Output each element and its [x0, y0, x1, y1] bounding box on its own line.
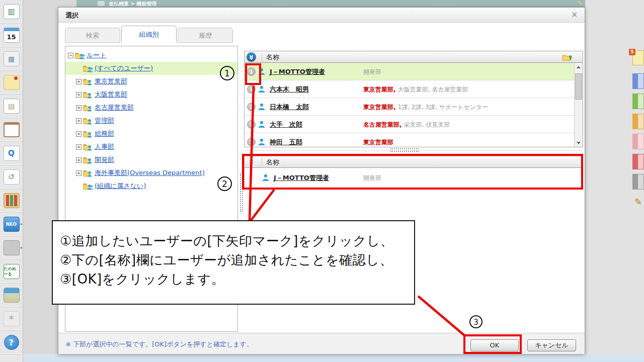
add-all-users-button[interactable]	[247, 52, 256, 62]
user-list-panel: 名称 ↓ J－MOTTO管理者 開発部 ↓ 六本木 昭男 東京営業部, 大阪	[244, 51, 583, 147]
user-row[interactable]: ↓ 日本橋 太郎 東京営業部, 1課, 2課, 3課, サポートセンター	[245, 98, 583, 116]
calendar-toolbar-button[interactable]: 15	[0, 24, 23, 47]
folder-icon	[4, 240, 20, 255]
label-pink-icon[interactable]	[632, 134, 644, 149]
scroll-down-icon[interactable]	[575, 139, 583, 147]
tree-expand-toggle-icon[interactable]: +	[76, 131, 82, 137]
notes-icon[interactable]: 5	[632, 50, 644, 65]
user-name-link[interactable]: J－MOTTO管理者	[270, 67, 325, 76]
help-toolbar-button[interactable]: ?	[0, 331, 23, 354]
breadcrumb-bar: 仮払精算 > 機能管理 ✎	[76, 0, 585, 7]
memo-toolbar-button[interactable]	[0, 71, 23, 95]
tree-item[interactable]: + 東京営業部	[65, 75, 237, 88]
organization-folder-icon	[83, 65, 93, 72]
tree-expand-toggle-icon[interactable]: +	[76, 118, 82, 124]
tree-item-label[interactable]: 名古屋営業部	[95, 103, 134, 112]
label-red-icon[interactable]	[632, 154, 644, 169]
tree-expand-toggle-icon[interactable]: −	[68, 53, 73, 58]
tree-item-label[interactable]: 開発部	[95, 155, 114, 164]
user-row[interactable]: ↓ J－MOTTO管理者 開発部	[245, 63, 583, 80]
tree-expand-toggle-icon[interactable]: +	[76, 105, 82, 111]
organization-folder-icon	[83, 183, 93, 190]
tree-item-label[interactable]: 大阪営業部	[95, 90, 127, 99]
add-user-down-arrow-button[interactable]: ↓	[247, 138, 256, 146]
tree-item-label[interactable]: ルート	[87, 51, 107, 60]
name-column-header: 名称	[262, 53, 279, 61]
cancel-button[interactable]: キャンセル	[527, 339, 576, 351]
user-name-link[interactable]: 大手 次郎	[270, 120, 302, 129]
tree-item-label[interactable]: 海外事業部(Overseas Department)	[95, 168, 205, 177]
label-blue-icon[interactable]	[632, 73, 644, 89]
organization: 名古屋営業部	[432, 86, 468, 93]
edit-pencil-icon[interactable]: ✎	[578, 0, 582, 7]
primary-organization: 東京営業部	[363, 139, 393, 146]
add-user-down-arrow-button[interactable]: ↓	[247, 85, 256, 94]
tree-item[interactable]: + 総務部	[65, 127, 237, 140]
label-orange-icon[interactable]	[632, 114, 644, 129]
user-name-link[interactable]: 日本橋 太郎	[270, 103, 309, 112]
tree-item[interactable]: + 大阪営業部	[65, 88, 237, 101]
primary-organization: 東京営業部,	[363, 86, 398, 93]
scrollbar-thumb[interactable]	[575, 73, 582, 100]
tab-search[interactable]: 検索	[65, 28, 120, 43]
list-scrollbar[interactable]	[574, 63, 583, 147]
settings-gear-toolbar-button[interactable]: *	[0, 307, 23, 331]
expand-caret-icon[interactable]: ▸	[21, 222, 23, 226]
presentation-toolbar-button[interactable]: ▦	[0, 47, 23, 71]
user-name-link[interactable]: 神田 五郎	[270, 138, 302, 147]
tree-item[interactable]: − ルート	[65, 49, 237, 62]
user-person-icon	[258, 138, 266, 146]
tree-item-label[interactable]: 管理部	[95, 116, 114, 125]
open-folder-add-icon[interactable]	[562, 53, 572, 63]
workflow-toolbar-button[interactable]: ↺	[0, 165, 23, 189]
tree-item-label[interactable]: 人事部	[95, 142, 114, 151]
tree-expand-toggle-icon[interactable]: +	[76, 144, 82, 150]
add-user-down-arrow-button[interactable]: ↓	[247, 103, 256, 111]
folder-toolbar-button[interactable]: ▸	[0, 236, 23, 260]
travel-banner-toolbar-button[interactable]	[0, 284, 23, 307]
survey-toolbar-button[interactable]: Q	[0, 142, 23, 165]
tree-item-label[interactable]: 東京営業部	[95, 77, 127, 86]
tree-item[interactable]: (組織に属さない)	[65, 179, 237, 193]
library-toolbar-button[interactable]	[0, 189, 23, 213]
tab-history[interactable]: 履歴	[178, 28, 233, 43]
tree-item[interactable]: + 人事部	[65, 140, 237, 153]
tab-by-organization[interactable]: 組織別	[121, 26, 177, 43]
tree-item-label[interactable]: (組織に属さない)	[95, 182, 146, 191]
add-user-down-arrow-button[interactable]: ↓	[247, 120, 256, 129]
tree-expand-toggle-icon[interactable]: +	[76, 79, 82, 84]
left-app-toolbar: ▥15▦▤Q↺NEO▸▸たのめーる*?	[0, 0, 23, 362]
tree-item[interactable]: + 海外事業部(Overseas Department)	[65, 166, 237, 179]
tree-item[interactable]: + 名古屋営業部	[65, 101, 237, 114]
bulletin-board-toolbar-button[interactable]: ▤	[0, 95, 23, 118]
user-row[interactable]: ↓ 大手 次郎 名古屋営業部, 栄支部, 伏見支部	[245, 116, 583, 133]
tree-expand-toggle-icon[interactable]: +	[76, 170, 82, 176]
expand-caret-icon[interactable]: ▸	[21, 245, 23, 250]
tree-item[interactable]: + 管理部	[65, 114, 237, 127]
tanomail-toolbar-button[interactable]: たのめーる	[0, 260, 23, 284]
close-icon[interactable]: ×	[571, 10, 578, 19]
tree-item[interactable]: + 開発部	[65, 153, 237, 166]
pencil-icon[interactable]: ✎	[632, 195, 644, 209]
organization-folder-icon	[83, 143, 93, 151]
user-row[interactable]: ↓ 六本木 昭男 東京営業部, 大阪営業部, 名古屋営業部	[245, 80, 583, 98]
clipboard-toolbar-button[interactable]	[0, 118, 23, 142]
label-green-icon[interactable]	[632, 94, 644, 109]
step2-circle: 2	[217, 176, 232, 191]
user-row[interactable]: ↓ 神田 五郎 東京営業部	[245, 133, 583, 151]
neo-toolbar-button[interactable]: NEO▸	[0, 213, 23, 236]
tree-item-label[interactable]: 総務部	[95, 129, 114, 138]
scroll-up-icon[interactable]	[575, 63, 583, 71]
tree-expand-toggle-icon[interactable]: +	[76, 92, 82, 98]
user-name-link[interactable]: 六本木 昭男	[270, 85, 309, 94]
tree-expand-toggle-icon[interactable]: +	[76, 157, 82, 163]
tree-item-label[interactable]: (すべてのユーザー)	[95, 64, 153, 73]
label-gray-icon[interactable]	[632, 174, 644, 190]
user-rows: ↓ J－MOTTO管理者 開発部 ↓ 六本木 昭男 東京営業部, 大阪営業部, …	[245, 63, 583, 151]
screen: ▥15▦▤Q↺NEO▸▸たのめーる*? 仮払精算 > 機能管理 ✎ 5 ✎ 選択…	[0, 0, 644, 362]
user-organizations: 名古屋営業部, 栄支部, 伏見支部	[363, 121, 450, 129]
report-toolbar-button[interactable]: ▥	[0, 0, 23, 24]
annotation-box-step3	[463, 334, 522, 354]
annotation-box-step1	[245, 63, 261, 85]
tree-item[interactable]: (すべてのユーザー)	[65, 62, 237, 75]
